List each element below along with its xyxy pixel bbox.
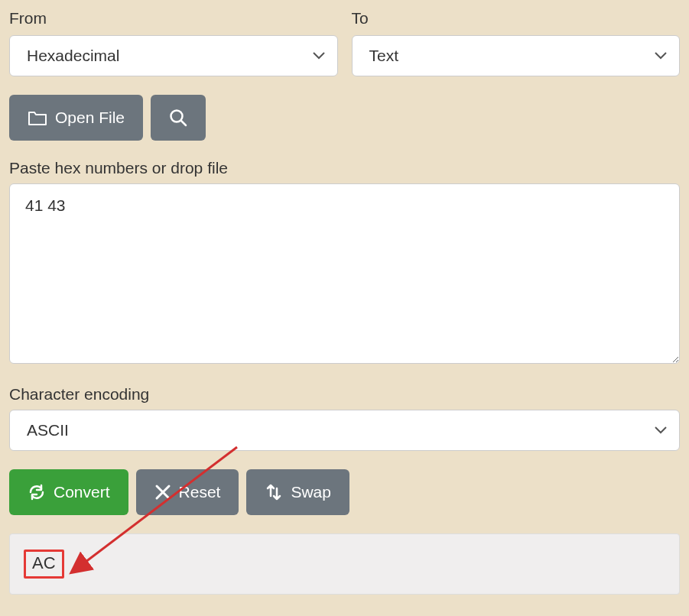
search-button[interactable]: [151, 95, 206, 141]
from-label: From: [9, 9, 338, 28]
search-icon: [168, 108, 188, 128]
convert-label: Convert: [54, 483, 110, 501]
encoding-select[interactable]: ASCII: [9, 410, 680, 451]
to-select[interactable]: Text: [352, 35, 681, 76]
chevron-down-icon: [655, 52, 667, 60]
output-value: AC: [24, 550, 64, 579]
swap-button[interactable]: Swap: [246, 469, 349, 515]
to-label: To: [352, 9, 681, 28]
chevron-down-icon: [655, 426, 667, 434]
open-file-label: Open File: [55, 109, 125, 127]
open-file-button[interactable]: Open File: [9, 95, 143, 141]
reset-button[interactable]: Reset: [136, 469, 239, 515]
swap-icon: [265, 483, 283, 501]
reset-label: Reset: [179, 483, 221, 501]
chevron-down-icon: [313, 52, 325, 60]
convert-button[interactable]: Convert: [9, 469, 128, 515]
svg-line-1: [181, 121, 186, 125]
output-box: AC: [9, 533, 680, 595]
hex-input[interactable]: [9, 183, 680, 364]
encoding-label: Character encoding: [9, 385, 680, 404]
folder-icon: [28, 109, 47, 126]
close-icon: [154, 484, 171, 501]
input-label: Paste hex numbers or drop file: [9, 159, 680, 177]
from-select-value: Hexadecimal: [27, 47, 119, 65]
refresh-icon: [28, 483, 46, 501]
encoding-select-value: ASCII: [27, 421, 69, 439]
to-select-value: Text: [369, 47, 399, 65]
swap-label: Swap: [291, 483, 331, 501]
from-select[interactable]: Hexadecimal: [9, 35, 338, 76]
